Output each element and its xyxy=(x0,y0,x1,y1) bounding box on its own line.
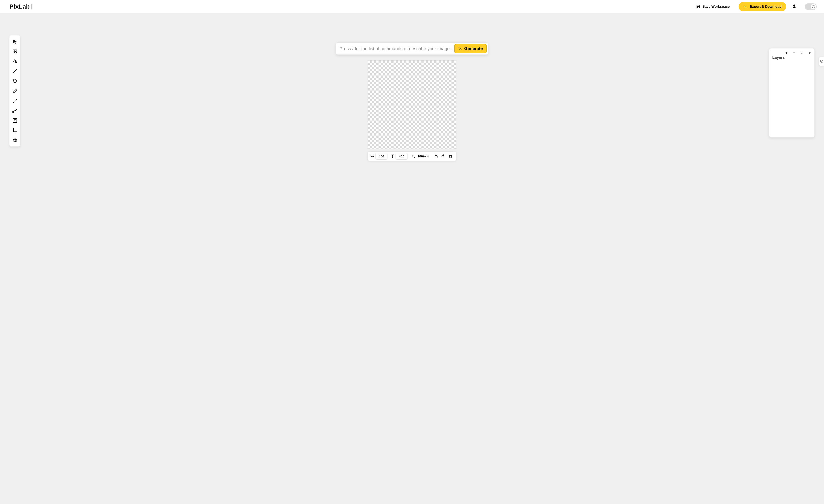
export-button-label: Export & Download xyxy=(750,5,782,9)
layer-move-up-button[interactable] xyxy=(808,50,812,55)
history-tab[interactable] xyxy=(819,56,824,66)
prompt-input[interactable] xyxy=(339,46,454,51)
arrow-down-icon xyxy=(800,51,804,54)
image-icon xyxy=(12,49,17,54)
eraser-icon xyxy=(12,88,17,94)
logo-cursor-icon xyxy=(31,4,32,9)
canvas[interactable] xyxy=(368,60,456,149)
save-button-label: Save Workspace xyxy=(703,5,730,9)
theme-toggle-knob xyxy=(811,4,816,9)
brush-icon xyxy=(12,69,17,74)
save-icon xyxy=(696,4,700,9)
download-icon xyxy=(743,4,748,9)
tool-reset-rotate[interactable] xyxy=(10,76,19,86)
tool-settings[interactable] xyxy=(10,135,19,145)
delete-button[interactable] xyxy=(447,153,454,159)
account-button[interactable] xyxy=(790,3,798,11)
layers-controls: + − xyxy=(769,48,814,55)
user-icon xyxy=(792,4,797,9)
sun-icon xyxy=(812,5,815,8)
undo-icon xyxy=(434,154,438,159)
crop-icon xyxy=(12,128,17,133)
tool-eraser[interactable] xyxy=(10,86,19,96)
svg-point-3 xyxy=(15,61,17,63)
logo-text: PixLab xyxy=(9,3,30,10)
svg-point-0 xyxy=(813,6,814,7)
history-icon xyxy=(820,59,823,63)
app-logo: PixLab xyxy=(9,3,32,10)
shape-icon xyxy=(12,59,17,64)
gear-icon xyxy=(12,138,17,143)
arrow-up-icon xyxy=(808,51,811,54)
tool-crop[interactable] xyxy=(10,125,19,135)
tool-cursor[interactable] xyxy=(10,37,19,46)
layers-panel-title: Layers xyxy=(769,55,814,62)
tool-brush[interactable] xyxy=(10,66,19,76)
tool-text[interactable] xyxy=(10,116,19,125)
svg-rect-1 xyxy=(13,50,17,53)
svg-rect-7 xyxy=(16,109,17,110)
theme-toggle[interactable] xyxy=(805,3,817,10)
tool-palette xyxy=(9,35,20,146)
export-download-button[interactable]: Export & Download xyxy=(739,2,786,11)
undo-rotate-icon xyxy=(12,79,17,84)
svg-point-2 xyxy=(14,50,15,51)
zoom-select[interactable]: 100% xyxy=(416,153,430,159)
width-icon xyxy=(371,154,375,158)
layer-add-button[interactable]: + xyxy=(784,50,789,55)
app-header: PixLab Save Workspace Export & Download xyxy=(0,0,824,13)
redo-button[interactable] xyxy=(440,153,446,159)
svg-rect-6 xyxy=(13,112,13,112)
layer-move-down-button[interactable] xyxy=(800,50,804,55)
trash-icon xyxy=(448,154,453,158)
bezier-icon xyxy=(12,108,17,113)
tool-bezier[interactable] xyxy=(10,106,19,116)
canvas-height-input[interactable] xyxy=(396,153,408,159)
zoom-in-icon xyxy=(412,154,415,158)
layer-remove-button[interactable]: − xyxy=(792,50,796,55)
prompt-bar: Generate xyxy=(336,42,488,55)
redo-icon xyxy=(441,154,446,159)
tool-line[interactable] xyxy=(10,96,19,106)
text-icon xyxy=(12,118,17,123)
layers-panel: + − Layers xyxy=(769,48,815,137)
undo-button[interactable] xyxy=(433,153,439,159)
magic-wand-icon xyxy=(458,46,462,51)
height-icon xyxy=(391,154,395,158)
save-workspace-button[interactable]: Save Workspace xyxy=(692,2,734,11)
generate-button-label: Generate xyxy=(464,46,483,51)
canvas-width-input[interactable] xyxy=(376,153,388,159)
tool-image[interactable] xyxy=(10,46,19,56)
canvas-status-bar: 100% xyxy=(368,151,456,161)
minus-icon: − xyxy=(793,50,796,55)
line-icon xyxy=(12,98,17,103)
cursor-icon xyxy=(12,39,17,44)
generate-button[interactable]: Generate xyxy=(454,44,487,53)
plus-icon: + xyxy=(785,50,788,55)
tool-shape[interactable] xyxy=(10,56,19,66)
